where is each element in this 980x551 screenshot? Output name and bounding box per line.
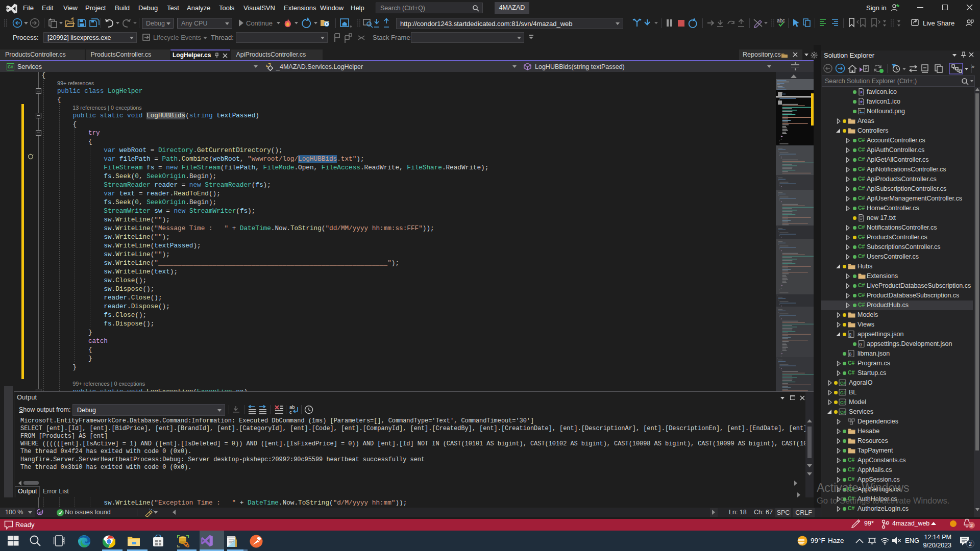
svg-text:C#: C# — [840, 400, 846, 405]
svg-text:{}: {} — [849, 332, 852, 337]
svg-text:Live Share: Live Share — [923, 19, 954, 27]
svg-text:{}: {} — [849, 352, 852, 356]
svg-text:{}: {} — [859, 342, 862, 346]
svg-text:abc: abc — [777, 18, 785, 23]
svg-text:C#: C# — [840, 410, 846, 415]
svg-text:Continue: Continue — [246, 19, 273, 27]
svg-text:C#: C# — [840, 390, 846, 395]
svg-text:c: c — [289, 409, 292, 415]
svg-text:C#: C# — [840, 381, 846, 386]
